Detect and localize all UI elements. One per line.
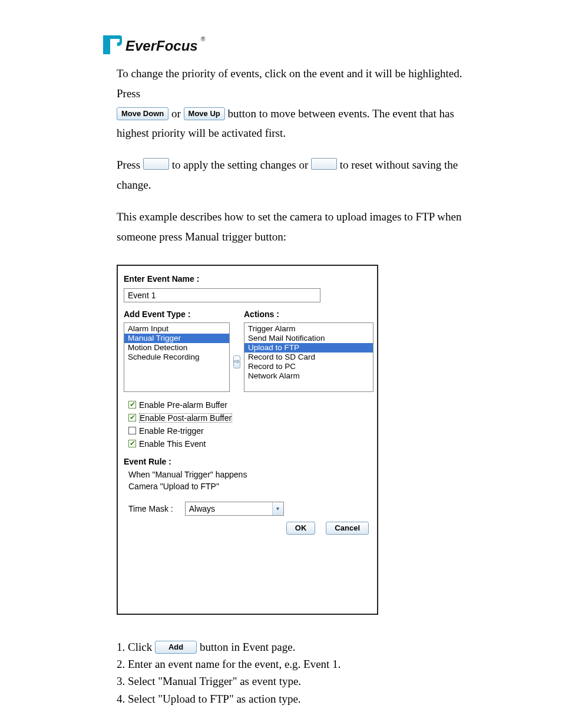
check-icon: ✔	[130, 439, 135, 447]
checkbox-unchecked[interactable]	[128, 427, 136, 434]
instruction-steps: 1. Click Add button in Event page. 2. En…	[117, 638, 470, 708]
add-event-type-label: Add Event Type :	[124, 309, 230, 319]
actions-listbox[interactable]: Trigger Alarm Send Mail Notification Upl…	[244, 322, 373, 392]
enter-event-name-label: Enter Event Name :	[124, 274, 371, 284]
checkbox-checked[interactable]: ✔	[128, 440, 136, 447]
event-name-input[interactable]	[124, 288, 320, 302]
event-type-option[interactable]: Motion Detection	[124, 343, 229, 353]
event-type-option[interactable]: Manual Trigger	[124, 334, 229, 343]
checkbox-label: Enable Re-trigger	[139, 426, 204, 436]
event-type-option[interactable]: Alarm Input	[124, 324, 229, 334]
action-option[interactable]: Network Alarm	[244, 371, 373, 381]
enable-this-event-checkbox-row[interactable]: ✔ Enable This Event	[128, 439, 371, 449]
dropdown-value: Always	[189, 504, 215, 513]
text: Press	[117, 159, 143, 171]
text: button in Event page.	[197, 641, 295, 653]
svg-text:EverFocus: EverFocus	[125, 38, 198, 54]
brand-logo: EverFocus ®	[102, 34, 562, 58]
everfocus-logo-icon: EverFocus ®	[102, 34, 208, 58]
actions-label: Actions :	[244, 309, 373, 319]
checkbox-label: Enable This Event	[139, 439, 206, 449]
check-icon: ✔	[130, 400, 135, 409]
text: To change the priority of events, click …	[117, 67, 462, 100]
event-rule-line-2: Camera "Upload to FTP"	[128, 482, 371, 491]
event-type-listbox[interactable]: Alarm Input Manual Trigger Motion Detect…	[124, 322, 230, 392]
checkbox-checked[interactable]: ✔	[128, 401, 136, 409]
action-option[interactable]: Record to SD Card	[244, 353, 373, 362]
move-up-button[interactable]: Move Up	[184, 107, 225, 120]
step-4: 4. Select "Upload to FTP" as action type…	[117, 690, 470, 707]
arrow-right-icon: ⇨	[234, 357, 240, 365]
enable-post-alarm-checkbox-row[interactable]: ✔ Enable Post-alarm Buffer	[128, 413, 371, 423]
checkbox-checked[interactable]: ✔	[128, 414, 136, 421]
add-button[interactable]: Add	[155, 641, 197, 654]
step-3: 3. Select "Manual Trigger" as event type…	[117, 673, 470, 690]
move-down-button[interactable]: Move Down	[117, 107, 168, 120]
checkbox-label: Enable Post-alarm Buffer	[139, 413, 232, 423]
ok-button[interactable]: OK	[286, 522, 316, 535]
step-2: 2. Enter an event name for the event, e.…	[117, 655, 470, 673]
chevron-down-icon: ▾	[272, 502, 283, 515]
event-dialog: Enter Event Name : Add Event Type : Alar…	[117, 265, 378, 615]
action-option[interactable]: Record to PC	[244, 362, 373, 371]
text: 1. Click	[117, 641, 155, 653]
svg-rect-0	[103, 35, 110, 54]
time-mask-dropdown[interactable]: Always ▾	[185, 502, 284, 516]
intro-paragraph-1: To change the priority of events, click …	[117, 64, 470, 143]
checkbox-label: Enable Pre-alarm Buffer	[139, 400, 227, 410]
text-or: or	[171, 107, 184, 120]
apply-button-placeholder[interactable]	[143, 158, 169, 170]
action-option[interactable]: Trigger Alarm	[244, 324, 373, 334]
reset-button-placeholder[interactable]	[311, 158, 337, 170]
cancel-button[interactable]: Cancel	[326, 522, 369, 535]
svg-rect-1	[110, 47, 122, 54]
svg-text:®: ®	[201, 36, 206, 42]
event-rule-label: Event Rule :	[124, 457, 371, 466]
assign-arrow-button[interactable]: ⇨	[233, 355, 240, 368]
check-icon: ✔	[130, 413, 135, 421]
enable-pre-alarm-checkbox-row[interactable]: ✔ Enable Pre-alarm Buffer	[128, 400, 371, 410]
action-option[interactable]: Send Mail Notification	[244, 334, 373, 343]
step-1: 1. Click Add button in Event page.	[117, 638, 470, 655]
intro-paragraph-3: This example describes how to set the ca…	[117, 207, 470, 247]
time-mask-label: Time Mask :	[128, 504, 173, 513]
text: to apply the setting changes or	[169, 159, 311, 171]
intro-paragraph-2: Press to apply the setting changes or to…	[117, 155, 470, 195]
action-option[interactable]: Upload to FTP	[244, 343, 373, 353]
event-rule-line-1: When "Manual Trigger" happens	[128, 470, 371, 479]
enable-retrigger-checkbox-row[interactable]: Enable Re-trigger	[128, 426, 371, 436]
event-type-option[interactable]: Schedule Recording	[124, 353, 229, 362]
